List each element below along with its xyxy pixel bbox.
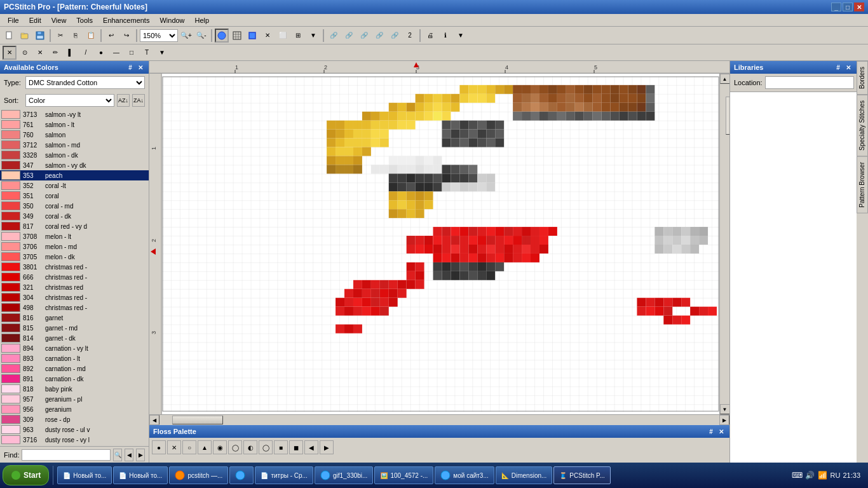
color-item[interactable]: 304christmas red - <box>0 292 149 302</box>
menu-file[interactable]: File <box>3 15 24 25</box>
scroll-thumb-horizontal[interactable] <box>172 416 223 424</box>
tray-volume-icon[interactable]: 🔊 <box>805 470 815 480</box>
floss-fill-tool[interactable]: ● <box>152 440 166 454</box>
type-select[interactable]: DMC Stranded Cotton <box>25 76 145 89</box>
menu-view[interactable]: View <box>46 15 72 25</box>
color-item[interactable]: 760salmon <box>0 130 149 140</box>
color-list[interactable]: 3713salmon -vy lt761salmon - lt760salmon… <box>0 109 149 446</box>
stitch-tool-2[interactable]: 🔗 <box>342 29 356 43</box>
sort-za-button[interactable]: ZA↓ <box>132 94 145 107</box>
stitch-tool-6[interactable]: 2 <box>403 29 417 43</box>
zoom-in-button[interactable]: 🔍+ <box>179 29 193 43</box>
open-button[interactable] <box>18 29 32 43</box>
pattern-button[interactable]: ⊞ <box>291 29 305 43</box>
color-item[interactable]: 3713salmon -vy lt <box>0 109 149 119</box>
taskbar-item-10[interactable]: 🧵 PCStitch P... <box>553 466 610 484</box>
color-item[interactable]: 3708melon - lt <box>0 231 149 241</box>
color-item[interactable]: 498christmas red - <box>0 302 149 313</box>
zoom-out-button[interactable]: 🔍- <box>194 29 208 43</box>
expand-button[interactable]: ▼ <box>306 29 320 43</box>
sort-az-button[interactable]: AZ↓ <box>117 94 130 107</box>
floss-triangle-tool[interactable]: ▲ <box>198 440 212 454</box>
pencil-tool[interactable]: ✏ <box>48 46 62 60</box>
start-button[interactable]: Start <box>3 465 49 485</box>
floss-circle-tool[interactable]: ○ <box>182 440 196 454</box>
libraries-pin-button[interactable]: # <box>834 63 843 72</box>
scroll-thumb-vertical[interactable] <box>726 97 730 135</box>
color-item[interactable]: 892carnation - md <box>0 363 149 374</box>
floss-next-tool[interactable]: ▶ <box>320 440 334 454</box>
color-palette-button[interactable] <box>215 29 229 43</box>
taskbar-item-6[interactable]: gif1_330bi... <box>315 466 374 484</box>
app-maximize-button[interactable]: □ <box>843 3 853 11</box>
tab-borders[interactable]: Borders <box>857 61 868 95</box>
stitch-tool-3[interactable]: 🔗 <box>357 29 371 43</box>
color-item[interactable]: 963dusty rose - ul v <box>0 424 149 435</box>
text-tool[interactable]: T <box>140 46 154 60</box>
more-draw[interactable]: ▼ <box>155 46 169 60</box>
grid-button[interactable] <box>230 29 244 43</box>
color-item[interactable]: 353peach <box>0 170 149 180</box>
color-item[interactable]: 3328salmon - dk <box>0 150 149 160</box>
scroll-up-button[interactable]: ▲ <box>720 74 730 84</box>
copy-button[interactable]: ⎘ <box>69 29 83 43</box>
info-button[interactable]: ℹ <box>438 29 452 43</box>
color-item[interactable]: 3712salmon - md <box>0 140 149 150</box>
tab-specialty-stitches[interactable]: Specialty Stitches <box>857 95 868 156</box>
floss-pin-button[interactable]: # <box>707 427 715 436</box>
color-item[interactable]: 956geranium <box>0 404 149 414</box>
floss-close-button[interactable]: ✕ <box>717 427 726 436</box>
color-item[interactable]: 816garnet <box>0 313 149 323</box>
color-item[interactable]: 3705melon - dk <box>0 252 149 262</box>
canvas-viewport[interactable] <box>162 74 719 414</box>
color-item[interactable]: 351coral <box>0 191 149 201</box>
print-preview[interactable]: 🖨 <box>423 29 437 43</box>
menu-tools[interactable]: Tools <box>71 15 98 25</box>
floss-ring-tool[interactable]: ◯ <box>259 440 273 454</box>
sort-select[interactable]: Color Number Name <box>25 94 114 107</box>
location-input[interactable] <box>765 76 854 89</box>
taskbar-item-1[interactable]: 📄 Новый то... <box>57 466 112 484</box>
fill-tool[interactable]: ✕ <box>33 46 47 60</box>
color-item[interactable]: 814garnet - dk <box>0 333 149 343</box>
floss-dot-tool[interactable]: ◉ <box>213 440 227 454</box>
color-item[interactable]: 818baby pink <box>0 384 149 394</box>
floss-square-tool[interactable]: ■ <box>274 440 288 454</box>
color-item[interactable]: 352coral -lt <box>0 180 149 191</box>
color-item[interactable]: 350coral - md <box>0 201 149 211</box>
taskbar-item-7[interactable]: 🖼️ 100_4572 -... <box>374 466 433 484</box>
color-item[interactable]: 347salmon - vy dk <box>0 160 149 170</box>
eraser-button[interactable]: ⬜ <box>276 29 290 43</box>
menu-enhancements[interactable]: Enhancements <box>98 15 154 25</box>
stitch-tool-1[interactable]: 🔗 <box>327 29 341 43</box>
find-next-button[interactable]: ▶ <box>136 449 145 461</box>
color-item[interactable]: 815garnet - md <box>0 323 149 333</box>
cross-button[interactable]: ✕ <box>261 29 275 43</box>
stitch-tool-4[interactable]: 🔗 <box>372 29 386 43</box>
line-tool[interactable]: / <box>79 46 93 60</box>
color-item[interactable]: 3706melon - md <box>0 241 149 252</box>
brush-tool[interactable]: ▌ <box>64 46 78 60</box>
color-item[interactable]: 321christmas red <box>0 282 149 292</box>
paste-button[interactable]: 📋 <box>84 29 98 43</box>
floss-darksq-tool[interactable]: ◼ <box>289 440 303 454</box>
libraries-close-button[interactable]: ✕ <box>844 63 853 72</box>
more-button[interactable]: ▼ <box>454 29 468 43</box>
redo-button[interactable]: ↪ <box>119 29 133 43</box>
zoom-select[interactable]: 150% 100% 200% <box>140 29 178 42</box>
color-item[interactable]: 309rose - dp <box>0 414 149 424</box>
color-item[interactable]: 957geranium - pl <box>0 394 149 404</box>
color-item[interactable]: 894carnation - vy lt <box>0 343 149 353</box>
menu-window[interactable]: Window <box>154 15 189 25</box>
color-item[interactable]: 817coral red - vy d <box>0 221 149 231</box>
floss-half-tool[interactable]: ◐ <box>243 440 257 454</box>
dot-tool[interactable]: ● <box>94 46 108 60</box>
stitch-tool-5[interactable]: 🔗 <box>388 29 402 43</box>
tray-network-icon[interactable]: 📶 <box>818 470 828 480</box>
scroll-left-button[interactable]: ◀ <box>149 415 159 425</box>
taskbar-item-2[interactable]: 📄 Новый то... <box>113 466 168 484</box>
floss-cross-tool[interactable]: ✕ <box>167 440 181 454</box>
square-button[interactable] <box>245 29 259 43</box>
cut-button[interactable]: ✂ <box>53 29 67 43</box>
circle-tool[interactable]: ⊙ <box>18 46 32 60</box>
